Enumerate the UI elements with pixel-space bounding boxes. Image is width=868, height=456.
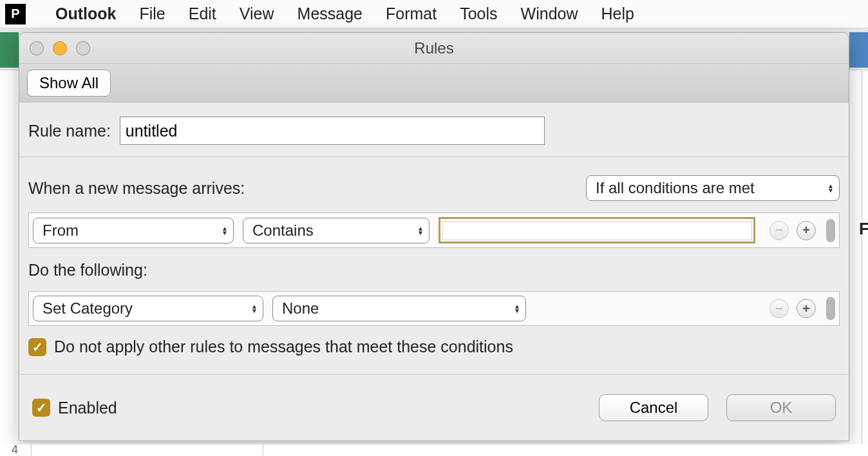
menu-view[interactable]: View bbox=[228, 5, 286, 23]
rules-dialog: Rules Show All Rule name: When a new mes… bbox=[19, 32, 849, 441]
rule-name-input[interactable] bbox=[120, 117, 545, 145]
plus-icon: + bbox=[802, 223, 810, 238]
action-type-popup[interactable]: Set Category ▲▼ bbox=[33, 296, 263, 321]
menu-edit[interactable]: Edit bbox=[177, 5, 228, 23]
condition-operator-popup[interactable]: Contains ▲▼ bbox=[243, 218, 429, 243]
dialog-title: Rules bbox=[19, 39, 849, 57]
action-value-popup[interactable]: None ▲▼ bbox=[272, 296, 526, 321]
dialog-toolbar: Show All bbox=[19, 64, 849, 102]
background-grid: 4 bbox=[0, 444, 868, 456]
do-the-following-label: Do the following: bbox=[28, 261, 840, 280]
condition-row: From ▲▼ Contains ▲▼ − + bbox=[28, 213, 840, 248]
background-green-accent bbox=[0, 32, 19, 68]
enabled-row: ✓ Enabled bbox=[32, 399, 117, 417]
dialog-content: Rule name: When a new message arrives: I… bbox=[19, 102, 849, 441]
menu-file[interactable]: File bbox=[127, 5, 176, 23]
enabled-label: Enabled bbox=[58, 399, 117, 417]
app-switcher-icon: P bbox=[5, 4, 26, 24]
stepper-icon: ▲▼ bbox=[827, 184, 834, 193]
stepper-icon: ▲▼ bbox=[514, 304, 520, 313]
background-row-number: 4 bbox=[12, 443, 18, 456]
condition-field-popup[interactable]: From ▲▼ bbox=[33, 218, 234, 243]
remove-condition-button[interactable]: − bbox=[769, 221, 789, 240]
stepper-icon: ▲▼ bbox=[417, 226, 424, 235]
add-action-button[interactable]: + bbox=[797, 299, 816, 318]
menu-message[interactable]: Message bbox=[286, 5, 374, 23]
conditions-header: When a new message arrives: If all condi… bbox=[28, 175, 840, 201]
cancel-button[interactable]: Cancel bbox=[599, 394, 708, 421]
when-message-arrives-label: When a new message arrives: bbox=[28, 179, 245, 198]
dialog-buttons: Cancel OK bbox=[599, 394, 836, 421]
stepper-icon: ▲▼ bbox=[251, 304, 258, 313]
action-row-controls: − + bbox=[769, 297, 835, 320]
menu-tools[interactable]: Tools bbox=[448, 5, 509, 23]
stop-processing-checkbox[interactable]: ✓ bbox=[28, 338, 46, 356]
remove-action-button[interactable]: − bbox=[769, 299, 789, 318]
add-condition-button[interactable]: + bbox=[797, 221, 816, 240]
menu-app[interactable]: Outlook bbox=[44, 5, 127, 23]
dialog-titlebar: Rules bbox=[19, 33, 849, 64]
background-column-letter: F bbox=[859, 219, 868, 239]
menu-window[interactable]: Window bbox=[509, 5, 590, 23]
action-type-value: Set Category bbox=[42, 299, 133, 318]
stop-processing-label: Do not apply other rules to messages tha… bbox=[54, 337, 513, 356]
stepper-icon: ▲▼ bbox=[222, 226, 228, 235]
condition-value-input[interactable] bbox=[442, 221, 752, 240]
background-right-edge bbox=[862, 71, 868, 444]
action-value: None bbox=[282, 299, 319, 318]
condition-operator-value: Contains bbox=[252, 222, 314, 240]
check-icon: ✓ bbox=[36, 400, 47, 415]
minus-icon: − bbox=[775, 301, 783, 316]
rule-name-row: Rule name: bbox=[28, 117, 840, 145]
background-blue-accent bbox=[849, 32, 868, 68]
enabled-checkbox[interactable]: ✓ bbox=[32, 399, 50, 417]
stop-processing-row: ✓ Do not apply other rules to messages t… bbox=[28, 337, 840, 356]
action-row: Set Category ▲▼ None ▲▼ − + bbox=[28, 291, 840, 326]
condition-value-focus-ring bbox=[439, 217, 755, 243]
separator bbox=[19, 157, 849, 157]
condition-field-value: From bbox=[42, 222, 79, 240]
grid-line bbox=[31, 444, 32, 456]
plus-icon: + bbox=[802, 301, 810, 316]
check-icon: ✓ bbox=[32, 339, 43, 355]
condition-row-controls: − + bbox=[769, 219, 835, 242]
match-mode-value: If all conditions are met bbox=[596, 179, 755, 197]
macos-menubar: P Outlook File Edit View Message Format … bbox=[0, 0, 868, 28]
drag-handle-icon[interactable] bbox=[826, 297, 835, 320]
grid-line bbox=[263, 444, 263, 456]
dialog-footer: ✓ Enabled Cancel OK bbox=[19, 374, 849, 441]
menu-help[interactable]: Help bbox=[590, 5, 646, 23]
minus-icon: − bbox=[775, 223, 783, 238]
drag-handle-icon[interactable] bbox=[826, 219, 835, 242]
ok-button[interactable]: OK bbox=[726, 394, 836, 421]
menu-format[interactable]: Format bbox=[374, 5, 448, 23]
rule-name-label: Rule name: bbox=[28, 122, 111, 140]
match-mode-popup[interactable]: If all conditions are met ▲▼ bbox=[586, 175, 840, 201]
show-all-button[interactable]: Show All bbox=[27, 70, 111, 97]
